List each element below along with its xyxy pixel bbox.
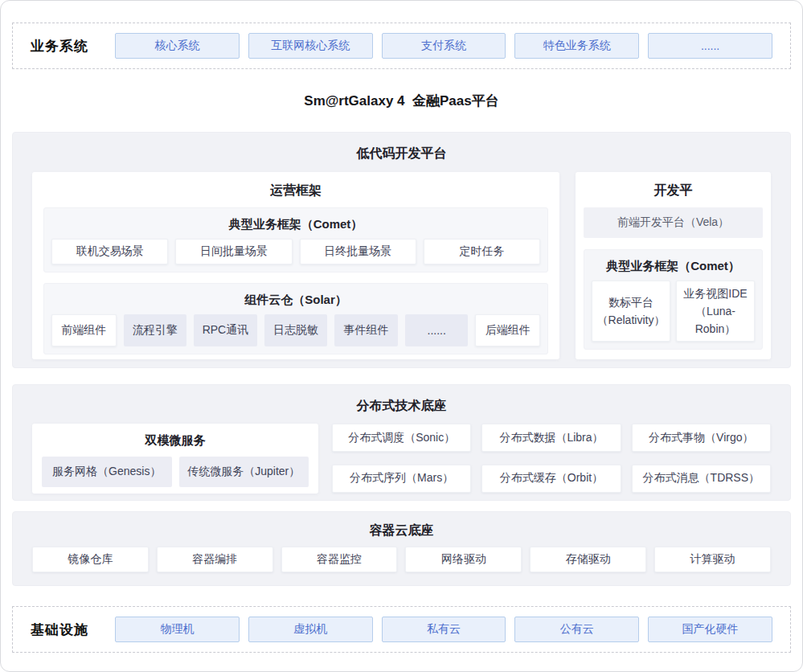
dual-mode-chip-row: 服务网格（Genesis） 传统微服务（Jupiter） [42, 457, 309, 487]
infrastructure-chips: 物理机 虚拟机 私有云 公有云 国产化硬件 [115, 617, 772, 642]
chip-luna-robin-code: （Luna-Robin） [677, 302, 754, 338]
distributed-base-section: 分布式技术底座 双模微服务 服务网格（Genesis） 传统微服务（Jupite… [12, 384, 791, 501]
chip-internet-core-system: 互联网核心系统 [248, 33, 373, 59]
chip-dist-data-libra: 分布式数据（Libra） [481, 424, 621, 452]
chip-timed-task: 定时任务 [424, 239, 540, 264]
chip-domestic-hardware: 国产化硬件 [648, 617, 772, 642]
chip-service-mesh-genesis: 服务网格（Genesis） [42, 457, 172, 487]
chip-image-repository: 镜像仓库 [32, 547, 149, 572]
chip-physical-machine: 物理机 [115, 617, 240, 642]
chip-relativity-code: （Relativity） [597, 311, 666, 329]
platform-architecture-card: 业务系统 核心系统 互联网核心系统 支付系统 特色业务系统 ...... Sm@… [0, 0, 803, 672]
chip-container-orchestration: 容器编排 [157, 547, 273, 572]
operation-framework-title: 运营框架 [43, 172, 548, 199]
comet-framework-box: 典型业务框架（Comet） 联机交易场景 日间批量场景 日终批量场景 定时任务 [43, 207, 548, 272]
chip-container-monitoring: 容器监控 [281, 547, 398, 572]
solar-chip-row: 前端组件 流程引擎 RPC通讯 日志脱敏 事件组件 ...... 后端组件 [51, 314, 540, 346]
chip-dist-scheduling-sonic: 分布式调度（Sonic） [332, 424, 471, 452]
chip-log-masking: 日志脱敏 [264, 314, 328, 346]
chip-front-component: 前端组件 [51, 314, 117, 346]
page-title: Sm@rtGalaxy 4 金融Paas平台 [1, 69, 802, 132]
chip-special-business-system: 特色业务系统 [514, 33, 639, 59]
container-base-title: 容器云底座 [32, 512, 771, 539]
dev-comet-framework-box: 典型业务框架（Comet） 数标平台 （Relativity） 业务视图IDE … [584, 249, 763, 350]
infrastructure-row: 基础设施 物理机 虚拟机 私有云 公有云 国产化硬件 [12, 606, 791, 653]
operation-framework-box: 运营框架 典型业务框架（Comet） 联机交易场景 日间批量场景 日终批量场景 … [32, 172, 559, 359]
comet-framework-title: 典型业务框架（Comet） [51, 208, 540, 232]
chip-core-system: 核心系统 [115, 33, 240, 59]
container-base-section: 容器云底座 镜像仓库 容器编排 容器监控 网络驱动 存储驱动 计算驱动 [12, 511, 791, 586]
chip-private-cloud: 私有云 [382, 617, 506, 642]
chip-luna-robin-name: 业务视图IDE [683, 285, 747, 302]
chip-back-component: 后端组件 [475, 314, 540, 346]
chip-dist-message-tdrss: 分布式消息（TDRSS） [632, 465, 771, 493]
business-systems-label: 业务系统 [31, 37, 115, 55]
solar-warehouse-title: 组件云仓（Solar） [51, 284, 540, 308]
lowcode-body: 运营框架 典型业务框架（Comet） 联机交易场景 日间批量场景 日终批量场景 … [32, 172, 771, 359]
chip-virtual-machine: 虚拟机 [248, 617, 373, 642]
dev-platform-title: 开发平 [584, 172, 763, 199]
dev-comet-chip-row: 数标平台 （Relativity） 业务视图IDE （Luna-Robin） [592, 281, 755, 342]
infrastructure-label: 基础设施 [31, 621, 115, 639]
chip-online-trading-scene: 联机交易场景 [51, 239, 168, 264]
chip-dist-transaction-virgo: 分布式事物（Virgo） [632, 424, 771, 452]
chip-vela-frontend-platform: 前端开发平台（Vela） [584, 207, 763, 238]
chip-storage-driver: 存储驱动 [530, 547, 646, 572]
chip-dist-sequence-mars: 分布式序列（Mars） [332, 465, 471, 493]
chip-luna-robin-ide: 业务视图IDE （Luna-Robin） [676, 281, 755, 342]
lowcode-platform-section: 低代码开发平台 运营框架 典型业务框架（Comet） 联机交易场景 日间批量场景… [12, 132, 791, 368]
distributed-base-title: 分布式技术底座 [32, 385, 771, 415]
solar-warehouse-box: 组件云仓（Solar） 前端组件 流程引擎 RPC通讯 日志脱敏 事件组件 ..… [43, 283, 548, 354]
chip-payment-system: 支付系统 [382, 33, 506, 59]
chip-day-batch-scene: 日间批量场景 [175, 239, 292, 264]
dual-mode-title: 双模微服务 [42, 424, 309, 449]
business-systems-chips: 核心系统 互联网核心系统 支付系统 特色业务系统 ...... [115, 33, 772, 59]
chip-network-driver: 网络驱动 [405, 547, 522, 572]
chip-dist-cache-orbit: 分布式缓存（Orbit） [481, 465, 621, 493]
container-chip-row: 镜像仓库 容器编排 容器监控 网络驱动 存储驱动 计算驱动 [32, 547, 771, 572]
business-systems-row: 业务系统 核心系统 互联网核心系统 支付系统 特色业务系统 ...... [12, 23, 791, 69]
distributed-grid: 分布式调度（Sonic） 分布式数据（Libra） 分布式事物（Virgo） 分… [332, 424, 771, 494]
chip-process-engine: 流程引擎 [124, 314, 187, 346]
chip-traditional-microservice-jupiter: 传统微服务（Jupiter） [179, 457, 309, 487]
comet-chip-row: 联机交易场景 日间批量场景 日终批量场景 定时任务 [51, 239, 540, 264]
chip-relativity-platform: 数标平台 （Relativity） [592, 281, 670, 342]
dev-platform-box: 开发平 前端开发平台（Vela） 典型业务框架（Comet） 数标平台 （Rel… [576, 172, 771, 359]
dev-comet-framework-title: 典型业务框架（Comet） [592, 250, 755, 274]
chip-eod-batch-scene: 日终批量场景 [300, 239, 416, 264]
chip-event-component: 事件组件 [334, 314, 398, 346]
chip-public-cloud: 公有云 [514, 617, 639, 642]
lowcode-platform-title: 低代码开发平台 [32, 133, 771, 162]
chip-compute-driver: 计算驱动 [654, 547, 771, 572]
chip-solar-ellipsis: ...... [405, 314, 469, 346]
chip-relativity-name: 数标平台 [608, 293, 653, 311]
dual-mode-microservice-box: 双模微服务 服务网格（Genesis） 传统微服务（Jupiter） [32, 424, 318, 494]
chip-business-ellipsis: ...... [648, 33, 772, 59]
chip-rpc-comm: RPC通讯 [194, 314, 257, 346]
distributed-body: 双模微服务 服务网格（Genesis） 传统微服务（Jupiter） 分布式调度… [32, 424, 771, 494]
